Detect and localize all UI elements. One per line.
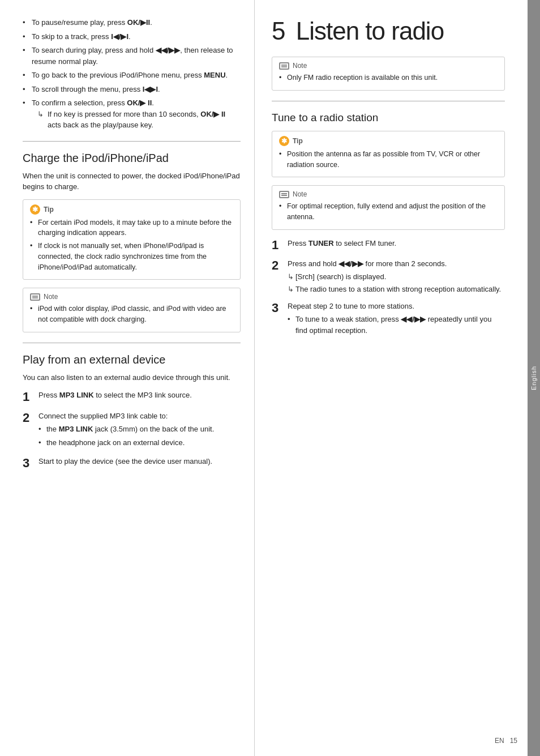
note-list: iPod with color display, iPod classic, a…: [30, 304, 233, 325]
key-label: OK/▶II: [127, 18, 150, 27]
charge-section-desc: When the unit is connected to power, the…: [23, 170, 241, 193]
tip-icon: ✱: [30, 204, 40, 215]
step-number: 1: [272, 238, 288, 253]
step-bullets: To tune to a weak station, press ◀◀/▶▶ r…: [288, 314, 505, 336]
tune-step-2: 2 Press and hold ◀◀/▶▶ for more than 2 s…: [272, 258, 505, 295]
key-label: I◀▶I: [143, 85, 158, 93]
tip-list: Position the antenna as far as possible …: [279, 149, 498, 170]
list-item: To search during play, press and hold ◀◀…: [23, 45, 241, 67]
tune-note-box: Note For optimal reception, fully extend…: [272, 185, 505, 230]
tune-section-heading: Tune to a radio station: [272, 112, 505, 124]
tip-label: Tip: [44, 206, 54, 213]
note-item: iPod with color display, iPod classic, a…: [30, 304, 233, 325]
footer-page: 15: [510, 737, 517, 745]
external-section-desc: You can also listen to an external audio…: [23, 372, 241, 383]
section-divider-2: [23, 343, 241, 343]
chapter-number: 5: [272, 17, 285, 45]
note-list: Only FM radio reception is available on …: [279, 72, 498, 83]
section-divider-right: [272, 101, 505, 101]
list-item: To scroll through the menu, press I◀▶I.: [23, 84, 241, 95]
language-tab: English: [528, 0, 540, 756]
bullet-item: the MP3 LINK jack (3.5mm) on the back of…: [38, 424, 241, 435]
step-3: 3 Start to play the device (see the devi…: [23, 456, 241, 471]
tune-step-3: 3 Repeat step 2 to tune to more stations…: [272, 301, 505, 339]
note-icon: [279, 62, 289, 70]
note-header: Note: [279, 62, 498, 70]
section-divider: [23, 141, 241, 142]
key-label: MP3 LINK: [59, 391, 94, 399]
key-label: OK/▶ II: [127, 99, 152, 107]
step-number: 2: [272, 258, 288, 295]
tip-icon: ✱: [279, 136, 289, 146]
step-content: Press MP3 LINK to select the MP3 link so…: [38, 390, 241, 404]
step-number: 1: [23, 390, 38, 404]
step-content: Press TUNER to select FM tuner.: [288, 238, 505, 253]
tip-item: If clock is not manually set, when iPhon…: [30, 241, 233, 272]
tip-header: ✱ Tip: [30, 204, 233, 215]
key-label: ◀◀/▶▶: [338, 259, 363, 268]
note-item: Only FM radio reception is available on …: [279, 72, 498, 83]
tip-item: Position the antenna as far as possible …: [279, 149, 498, 170]
footer-lang: EN: [495, 737, 504, 745]
key-label: ◀◀/▶▶: [156, 46, 181, 54]
key-label: ◀◀/▶▶: [401, 315, 426, 323]
charge-note-box: Note iPod with color display, iPod class…: [23, 288, 241, 332]
key-label: OK/▶ II: [200, 110, 225, 118]
step-1: 1 Press MP3 LINK to select the MP3 link …: [23, 390, 241, 404]
note-label: Note: [293, 190, 307, 198]
step-number: 2: [23, 411, 38, 451]
note-label: Note: [293, 62, 307, 70]
note-icon: [279, 191, 289, 198]
page-footer: EN 15: [495, 737, 517, 745]
note-icon: [30, 293, 40, 301]
note-header: Note: [30, 293, 233, 301]
radio-note-box: Note Only FM radio reception is availabl…: [272, 57, 505, 91]
step-sub: The radio tunes to a station with strong…: [288, 284, 505, 295]
key-label: MP3 LINK: [59, 425, 93, 433]
key-label: TUNER: [308, 239, 334, 247]
bullet-item: the headphone jack on an external device…: [38, 437, 241, 449]
list-item: To go back to the previous iPod/iPhone m…: [23, 70, 241, 81]
sub-note: If no key is pressed for more than 10 se…: [32, 109, 241, 131]
intro-bullets: To pause/resume play, press OK/▶II. To s…: [23, 17, 241, 131]
note-label: Note: [44, 293, 58, 301]
key-label: MENU: [204, 71, 225, 79]
step-content: Connect the supplied MP3 link cable to: …: [38, 411, 241, 451]
tip-header: ✱ Tip: [279, 136, 498, 146]
bullet-item: To tune to a weak station, press ◀◀/▶▶ r…: [288, 314, 505, 336]
tune-step-1: 1 Press TUNER to select FM tuner.: [272, 238, 505, 253]
step-number: 3: [272, 301, 288, 339]
charge-section-heading: Charge the iPod/iPhone/iPad: [23, 152, 241, 165]
page: To pause/resume play, press OK/▶II. To s…: [0, 0, 540, 756]
step-content: Press and hold ◀◀/▶▶ for more than 2 sec…: [288, 258, 505, 295]
right-column: 5 Listen to radio Note Only FM radio rec…: [255, 0, 528, 756]
tune-tip-box: ✱ Tip Position the antenna as far as pos…: [272, 131, 505, 178]
note-header: Note: [279, 190, 498, 198]
chapter-heading: 5 Listen to radio: [272, 17, 505, 45]
key-label: I◀/▶I: [111, 32, 128, 41]
tip-label: Tip: [293, 137, 303, 145]
step-sub: [Srch] (search) is displayed.: [288, 271, 505, 283]
tip-item: For certain iPod models, it may take up …: [30, 217, 233, 239]
step-content: Start to play the device (see the device…: [38, 456, 241, 471]
tip-list: For certain iPod models, it may take up …: [30, 217, 233, 273]
step-bullets: the MP3 LINK jack (3.5mm) on the back of…: [38, 424, 241, 448]
left-column: To pause/resume play, press OK/▶II. To s…: [0, 0, 255, 756]
charge-tip-box: ✱ Tip For certain iPod models, it may ta…: [23, 199, 241, 280]
language-label: English: [530, 366, 537, 390]
chapter-title: Listen to radio: [296, 17, 444, 45]
external-section-heading: Play from an external device: [23, 353, 241, 366]
step-content: Repeat step 2 to tune to more stations. …: [288, 301, 505, 339]
list-item: To confirm a selection, press OK/▶ II. I…: [23, 97, 241, 131]
list-item: To skip to a track, press I◀/▶I.: [23, 31, 241, 42]
note-list: For optimal reception, fully extend and …: [279, 201, 498, 223]
note-item: For optimal reception, fully extend and …: [279, 201, 498, 223]
list-item: To pause/resume play, press OK/▶II.: [23, 17, 241, 28]
step-number: 3: [23, 456, 38, 471]
step-2: 2 Connect the supplied MP3 link cable to…: [23, 411, 241, 451]
